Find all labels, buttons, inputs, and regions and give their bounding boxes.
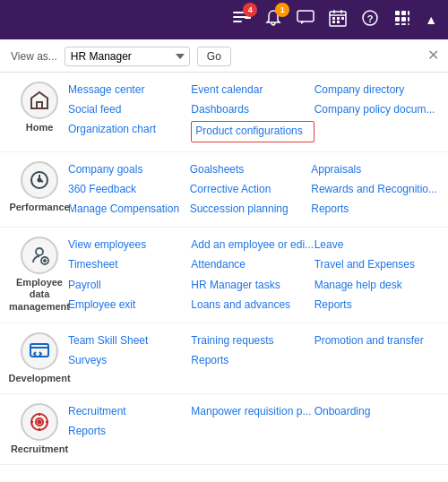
home-col-0: Message centerSocial feedOrganization ch… <box>68 82 191 142</box>
top-navigation-bar: 4 1 ? <box>0 0 448 39</box>
home-col-2: Company directoryCompany policy docum... <box>314 82 437 142</box>
link-development-0-1[interactable]: Surveys <box>68 352 191 369</box>
performance-links: Company goals360 FeedbackManage Compensa… <box>68 161 437 219</box>
employee-data-management-label: Employee data management <box>9 277 70 313</box>
link-home-2-1[interactable]: Company policy docum... <box>314 101 437 118</box>
section-employee-data-management: Employee data managementView employeesTi… <box>0 228 448 323</box>
svg-rect-22 <box>408 17 409 22</box>
link-employee-data-management-2-2[interactable]: Manage help desk <box>314 277 437 294</box>
notifications-icon[interactable]: 1 <box>263 8 283 32</box>
link-employee-data-management-0-0[interactable]: View employees <box>68 237 191 254</box>
svg-rect-1 <box>233 16 246 18</box>
link-employee-data-management-2-1[interactable]: Travel and Expenses <box>314 256 437 273</box>
section-home: HomeMessage centerSocial feedOrganizatio… <box>0 73 448 152</box>
link-performance-1-0[interactable]: Goalsheets <box>190 161 312 178</box>
svg-rect-12 <box>341 17 344 20</box>
section-performance: PerformanceCompany goals360 FeedbackMana… <box>0 152 448 228</box>
tasks-icon[interactable]: 4 <box>231 8 251 32</box>
link-recruitment-2-0[interactable]: Onboarding <box>314 403 437 420</box>
go-button[interactable]: Go <box>197 47 231 66</box>
performance-icon-wrap: Performance <box>11 161 68 213</box>
close-button[interactable]: ✕ <box>427 48 439 63</box>
development-icon <box>21 332 58 370</box>
employee-data-management-col-2: LeaveTravel and ExpensesManage help desk… <box>314 237 437 314</box>
link-employee-data-management-1-1[interactable]: Attendance <box>191 256 314 273</box>
svg-rect-26 <box>37 102 42 108</box>
link-home-0-1[interactable]: Social feed <box>68 101 191 118</box>
svg-rect-20 <box>395 17 400 22</box>
recruitment-col-2: Onboarding <box>314 403 437 440</box>
svg-rect-14 <box>337 21 340 23</box>
svg-rect-11 <box>337 17 340 20</box>
link-development-0-0[interactable]: Team Skill Sheet <box>68 332 191 349</box>
view-as-bar: View as... HR Manager Employee Admin Go … <box>0 39 448 73</box>
svg-rect-23 <box>395 23 400 25</box>
svg-point-39 <box>39 421 41 424</box>
svg-rect-17 <box>395 11 400 15</box>
employee-data-management-col-0: View employeesTimesheetPayrollEmployee e… <box>68 237 191 314</box>
link-development-1-0[interactable]: Training requests <box>191 332 314 349</box>
home-links: Message centerSocial feedOrganization ch… <box>68 82 437 142</box>
main-content: HomeMessage centerSocial feedOrganizatio… <box>0 73 448 465</box>
recruitment-col-0: RecruitmentReports <box>68 403 191 440</box>
help-icon[interactable]: ? <box>360 8 380 32</box>
development-col-2: Promotion and transfer <box>314 332 437 369</box>
recruitment-label: Recruitment <box>11 443 68 455</box>
link-employee-data-management-1-2[interactable]: HR Manager tasks <box>191 277 314 294</box>
view-as-select[interactable]: HR Manager Employee Admin <box>65 47 190 66</box>
link-home-1-1[interactable]: Dashboards <box>191 101 314 118</box>
link-employee-data-management-0-1[interactable]: Timesheet <box>68 256 191 273</box>
link-home-1-2[interactable]: Product configurations <box>191 121 314 142</box>
svg-rect-2 <box>233 21 242 22</box>
link-employee-data-management-0-2[interactable]: Payroll <box>68 277 191 294</box>
development-icon-wrap: Development <box>11 332 68 384</box>
calendar-icon[interactable] <box>328 8 348 32</box>
recruitment-icon-wrap: Recruitment <box>11 403 68 455</box>
svg-rect-24 <box>401 23 406 25</box>
link-home-2-0[interactable]: Company directory <box>314 82 437 99</box>
arrow-up-icon: ▲ <box>425 13 437 27</box>
link-employee-data-management-2-3[interactable]: Reports <box>314 297 437 314</box>
development-label: Development <box>8 373 70 384</box>
home-icon <box>21 82 58 119</box>
recruitment-icon <box>21 403 58 441</box>
link-home-0-2[interactable]: Organization chart <box>68 121 191 138</box>
performance-label: Performance <box>9 202 69 213</box>
link-recruitment-0-0[interactable]: Recruitment <box>68 403 191 420</box>
link-home-0-0[interactable]: Message center <box>68 82 191 99</box>
link-employee-data-management-0-3[interactable]: Employee exit <box>68 297 191 314</box>
link-development-2-0[interactable]: Promotion and transfer <box>314 332 437 349</box>
performance-icon <box>21 161 58 199</box>
development-col-1: Training requestsReports <box>191 332 314 369</box>
link-performance-2-2[interactable]: Reports <box>311 201 437 218</box>
link-employee-data-management-1-0[interactable]: Add an employee or edi... <box>191 237 314 254</box>
employee-data-management-icon-wrap: Employee data management <box>11 237 68 313</box>
performance-col-0: Company goals360 FeedbackManage Compensa… <box>68 161 190 219</box>
performance-col-2: AppraisalsRewards and Recognitio...Repor… <box>311 161 437 219</box>
link-performance-2-0[interactable]: Appraisals <box>311 161 437 178</box>
link-employee-data-management-1-3[interactable]: Loans and advances <box>191 297 314 314</box>
link-performance-2-1[interactable]: Rewards and Recognitio... <box>311 181 437 198</box>
link-performance-0-0[interactable]: Company goals <box>68 161 190 178</box>
view-as-label: View as... <box>11 50 57 63</box>
link-performance-1-2[interactable]: Succession planning <box>190 201 312 218</box>
employee-data-management-icon <box>21 237 58 274</box>
performance-col-1: GoalsheetsCorrective ActionSuccession pl… <box>190 161 312 219</box>
link-performance-0-1[interactable]: 360 Feedback <box>68 181 190 198</box>
tasks-badge: 4 <box>243 3 257 17</box>
svg-rect-13 <box>332 21 335 23</box>
link-recruitment-1-0[interactable]: Manpower requisition p... <box>191 403 314 420</box>
chat-icon[interactable] <box>296 8 315 32</box>
section-development: DevelopmentTeam Skill SheetSurveysTraini… <box>0 323 448 394</box>
link-performance-0-2[interactable]: Manage Compensation <box>68 201 190 218</box>
link-recruitment-0-1[interactable]: Reports <box>68 423 191 440</box>
link-performance-1-1[interactable]: Corrective Action <box>190 181 312 198</box>
development-col-0: Team Skill SheetSurveys <box>68 332 191 369</box>
link-employee-data-management-2-0[interactable]: Leave <box>314 237 437 254</box>
link-development-1-1[interactable]: Reports <box>191 352 314 369</box>
svg-point-28 <box>39 178 41 181</box>
home-col-1: Event calendarDashboardsProduct configur… <box>191 82 314 142</box>
link-home-1-0[interactable]: Event calendar <box>191 82 314 99</box>
apps-grid-icon[interactable] <box>392 8 412 32</box>
svg-text:?: ? <box>367 13 374 24</box>
